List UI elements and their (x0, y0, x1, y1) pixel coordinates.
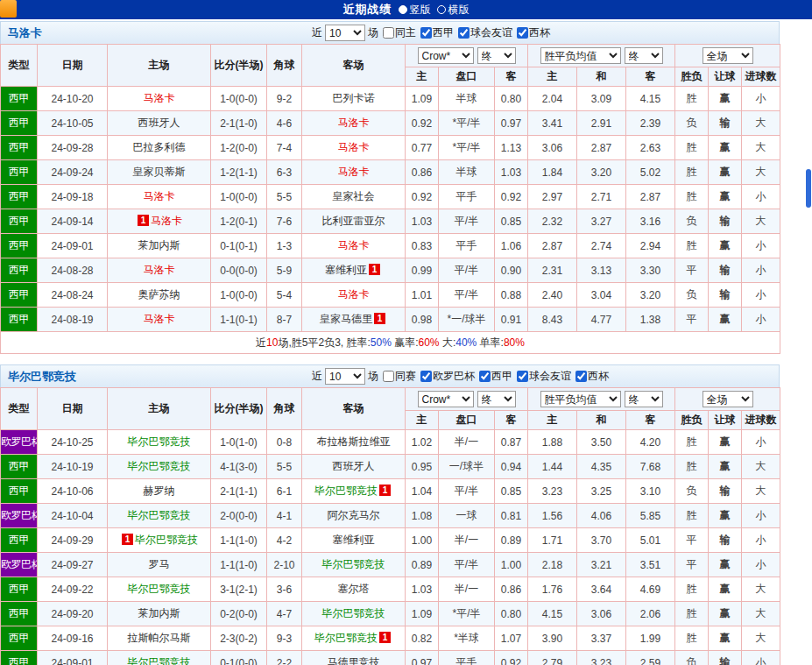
ah-home-odds: 1.03 (406, 577, 439, 602)
home-team-name[interactable]: 马洛卡 (144, 264, 175, 276)
home-team-name[interactable]: 马洛卡 (144, 313, 175, 325)
odds-provider-select[interactable]: Crow* (418, 47, 474, 64)
home-team-name[interactable]: 巴拉多利德 (133, 141, 186, 153)
date-cell: 24-10-25 (38, 430, 108, 455)
home-team-cell: 马洛卡 (108, 258, 211, 283)
recent-count-select[interactable]: 10 (325, 368, 365, 385)
home-team-name[interactable]: 马洛卡 (144, 190, 175, 202)
league-cell: 西甲 (1, 308, 38, 332)
filter-checkbox-input[interactable] (517, 27, 528, 39)
away-team-name[interactable]: 布拉格斯拉维亚 (317, 435, 391, 448)
home-team-name[interactable]: 毕尔巴鄂竞技 (128, 509, 191, 521)
ah-away-odds: 1.13 (495, 136, 528, 160)
away-team-name[interactable]: 马洛卡 (338, 166, 370, 178)
col-header-home: 主场 (108, 388, 211, 430)
filter-checkbox-input[interactable] (383, 371, 394, 382)
filter-checkbox-input[interactable] (458, 27, 470, 39)
home-team-name[interactable]: 莱加内斯 (138, 607, 180, 619)
home-team-name[interactable]: 莱加内斯 (138, 239, 180, 251)
avg-home-odds: 1.88 (528, 430, 577, 455)
home-team-name[interactable]: 罗马 (149, 558, 170, 570)
filter-checkbox[interactable]: 西甲 (420, 25, 454, 40)
avg-away-odds: 3.20 (626, 283, 675, 308)
odds-provider-select[interactable]: Crow* (418, 391, 474, 407)
home-team-name[interactable]: 毕尔巴鄂竞技 (128, 460, 191, 472)
filter-checkbox-input[interactable] (575, 371, 587, 382)
radio-vertical[interactable]: 竖版 (399, 3, 431, 18)
home-team-name[interactable]: 毕尔巴鄂竞技 (128, 656, 191, 665)
radio-horizontal[interactable]: 横版 (437, 3, 470, 18)
scrollbar-thumb[interactable] (806, 169, 811, 208)
home-team-cell: 毕尔巴鄂竞技 (108, 430, 211, 455)
avg-stage-select[interactable]: 终 (625, 47, 663, 64)
filter-checkbox[interactable]: 西甲 (479, 369, 512, 384)
away-team-name[interactable]: 阿尔克马尔 (328, 509, 380, 521)
scope-select[interactable]: 全场 (703, 391, 753, 407)
away-team-name[interactable]: 马德里竞技 (328, 656, 380, 665)
avg-away-odds: 2.59 (626, 651, 675, 665)
avg-home-odds: 2.79 (528, 651, 577, 665)
ah-line: *平/半 (439, 602, 495, 626)
avg-away-odds: 4.20 (626, 430, 675, 455)
home-team-name[interactable]: 马洛卡 (151, 215, 182, 227)
recent-count-select[interactable]: 10 (325, 25, 365, 41)
sub-header-5: 客 (626, 67, 675, 87)
filter-checkbox-input[interactable] (479, 371, 491, 382)
away-team-name[interactable]: 毕尔巴鄂竞技 (322, 607, 385, 619)
home-team-name[interactable]: 奥萨苏纳 (138, 288, 180, 301)
filter-checkbox[interactable]: 同赛 (383, 369, 416, 384)
radio-vertical-icon[interactable] (399, 5, 407, 14)
filter-checkbox-input[interactable] (383, 27, 394, 39)
away-team-name[interactable]: 塞维利亚 (333, 534, 375, 546)
result-cell: 平 (675, 308, 709, 332)
home-team-name[interactable]: 毕尔巴鄂竞技 (128, 435, 191, 448)
home-team-name[interactable]: 毕尔巴鄂竞技 (135, 534, 198, 546)
home-team-name[interactable]: 拉斯帕尔马斯 (128, 632, 191, 644)
filter-checkbox[interactable]: 欧罗巴杯 (420, 369, 475, 384)
home-team-name[interactable]: 赫罗纳 (144, 485, 175, 497)
date-cell: 24-08-28 (38, 258, 108, 283)
odds-stage-select[interactable]: 终 (477, 47, 516, 64)
away-team-name[interactable]: 巴列卡诺 (333, 92, 375, 104)
away-team-name[interactable]: 比利亚雷亚尔 (322, 215, 385, 227)
away-team-cell: 皇家马德里1 (302, 308, 406, 332)
summary-segment: 10 (266, 336, 278, 349)
corner-cell: 0-8 (267, 430, 302, 455)
filter-checkbox[interactable]: 西杯 (517, 25, 550, 40)
away-team-name[interactable]: 马洛卡 (338, 239, 370, 251)
away-team-name[interactable]: 毕尔巴鄂竞技 (314, 632, 378, 644)
home-team-name[interactable]: 马洛卡 (144, 92, 175, 104)
avg-odds-select[interactable]: 胜平负均值 (540, 47, 621, 64)
odds-stage-select[interactable]: 终 (477, 391, 516, 407)
scope-select[interactable]: 全场 (703, 47, 753, 64)
corner-widget-icon[interactable] (0, 0, 17, 18)
radio-horizontal-icon[interactable] (437, 5, 446, 14)
away-team-name[interactable]: 毕尔巴鄂竞技 (314, 485, 378, 497)
away-team-name[interactable]: 马洛卡 (338, 117, 370, 129)
away-team-name[interactable]: 马洛卡 (338, 288, 370, 301)
filter-checkbox[interactable]: 球会友谊 (517, 369, 571, 384)
away-team-name[interactable]: 皇家社会 (333, 190, 375, 202)
filter-checkbox[interactable]: 球会友谊 (458, 25, 512, 40)
home-team-name[interactable]: 西班牙人 (138, 117, 180, 129)
result-cell: 胜 (675, 234, 709, 258)
away-team-name[interactable]: 马洛卡 (338, 141, 370, 153)
ah-away-odds: 0.85 (495, 209, 528, 234)
filter-checkbox[interactable]: 西杯 (575, 369, 609, 384)
home-team-name[interactable]: 毕尔巴鄂竞技 (128, 583, 191, 595)
red-card-badge: 1 (369, 264, 380, 275)
away-team-name[interactable]: 塞尔塔 (338, 583, 370, 595)
away-team-name[interactable]: 毕尔巴鄂竞技 (322, 558, 385, 570)
filter-checkbox[interactable]: 同主 (383, 25, 416, 40)
filter-checkbox-input[interactable] (420, 371, 432, 382)
away-team-name[interactable]: 皇家马德里 (320, 313, 372, 325)
result-cell: 胜 (675, 160, 709, 185)
home-team-name[interactable]: 皇家贝蒂斯 (133, 166, 186, 178)
away-team-name[interactable]: 西班牙人 (333, 460, 375, 472)
avg-stage-select[interactable]: 终 (625, 391, 663, 407)
filter-checkbox-input[interactable] (517, 371, 528, 382)
handicap-result-cell: 赢 (709, 504, 742, 528)
avg-odds-select[interactable]: 胜平负均值 (540, 391, 621, 407)
filter-checkbox-input[interactable] (420, 27, 432, 39)
away-team-name[interactable]: 塞维利亚 (325, 264, 367, 276)
